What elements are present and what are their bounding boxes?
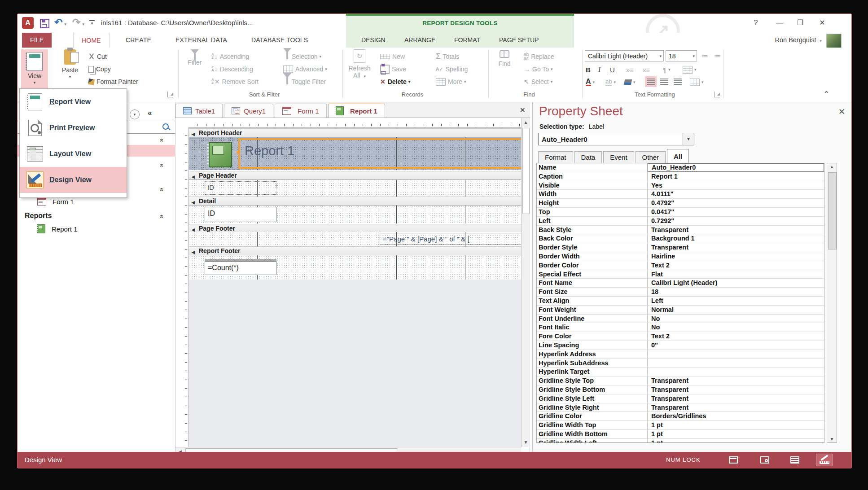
property-row[interactable]: Gridline Style BottomTransparent — [537, 385, 824, 394]
font-name-combo[interactable]: Calibri Light (Header)▾ — [585, 50, 664, 61]
text-formatting-dialog-launcher-icon[interactable]: ◢ — [714, 92, 720, 97]
maximize-icon[interactable]: ❐ — [793, 18, 807, 28]
property-row[interactable]: Fore ColorText 2 — [537, 332, 824, 341]
clipboard-dialog-launcher-icon[interactable]: ◢ — [167, 92, 173, 97]
page-header-id-label[interactable]: ID — [205, 181, 276, 195]
page-footer-band[interactable]: ="Page " & [Page] & " of " & [ — [189, 232, 521, 246]
report-footer-band[interactable]: =Count(*) — [189, 255, 521, 280]
document-tab[interactable]: Report 1 — [328, 104, 385, 118]
nav-pane-menu-icon[interactable]: ▾ — [130, 109, 140, 119]
property-row[interactable]: Gridline Width Bottom1 pt — [537, 430, 824, 439]
chevron-up-icon[interactable]: « — [158, 214, 166, 218]
property-row[interactable]: Width4.0111" — [537, 190, 824, 199]
statusbar-design-view-icon[interactable] — [816, 454, 833, 466]
save-icon[interactable] — [40, 19, 49, 28]
decrease-indent-icon[interactable]: «≡ — [642, 65, 650, 74]
contextual-ribbon-tab[interactable]: ARRANGE — [398, 33, 442, 48]
property-row[interactable]: Line Spacing0" — [537, 341, 824, 350]
selection-button[interactable]: Selection▾ — [283, 51, 321, 62]
selection-handle[interactable] — [237, 151, 240, 154]
find-button[interactable]: Find — [491, 49, 518, 67]
bold-button[interactable]: B — [586, 65, 591, 74]
close-document-icon[interactable]: ✕ — [520, 106, 526, 114]
background-color-button[interactable]: ▾ — [624, 77, 636, 87]
ribbon-tab[interactable]: HOME — [73, 33, 110, 48]
property-row[interactable]: Border ColorText 2 — [537, 261, 824, 270]
move-handle-icon[interactable]: ✛ — [190, 138, 200, 148]
chevron-up-icon[interactable]: « — [158, 163, 166, 167]
font-size-combo[interactable]: 18▾ — [666, 50, 697, 61]
detail-section-bar[interactable]: Detail — [189, 197, 521, 206]
property-row[interactable]: Left0.7292" — [537, 217, 824, 226]
document-tab[interactable]: Form 1 — [275, 104, 327, 118]
select-button[interactable]: ↖Select▾ — [524, 76, 552, 87]
filter-button[interactable]: Filter — [181, 49, 209, 66]
report-footer-section-bar[interactable]: Report Footer — [189, 246, 521, 255]
go-to-button[interactable]: →Go To▾ — [524, 64, 553, 74]
canvas-empty-area[interactable] — [189, 280, 521, 447]
underline-button[interactable]: U — [610, 65, 615, 74]
chevron-up-icon[interactable]: « — [158, 188, 166, 191]
property-row[interactable]: Text AlignLeft — [537, 297, 824, 306]
ribbon-tab[interactable]: FILE — [22, 33, 52, 48]
selection-combo[interactable]: Auto_Header0▼ — [538, 133, 694, 145]
contextual-ribbon-tab[interactable]: PAGE SETUP — [493, 33, 545, 48]
property-row[interactable]: Font WeightNormal — [537, 306, 824, 315]
property-row[interactable]: Font ItalicNo — [537, 323, 824, 332]
property-tab[interactable]: Data — [574, 151, 602, 163]
statusbar-print-preview-icon[interactable] — [757, 454, 773, 466]
vscroll-thumb[interactable] — [522, 128, 530, 214]
property-row[interactable]: Gridline Width Left1 pt — [537, 439, 824, 443]
minimize-icon[interactable]: — — [773, 18, 786, 28]
spelling-button[interactable]: A✓Spelling — [436, 64, 468, 74]
text-direction-icon[interactable]: ¶▾ — [663, 65, 671, 74]
view-menu-item[interactable]: Print Preview — [20, 115, 127, 141]
highlight-color-button[interactable]: ab▾ — [605, 77, 616, 87]
toggle-filter-button[interactable]: Toggle Filter — [283, 76, 326, 87]
increase-indent-icon[interactable]: »≡ — [626, 65, 634, 74]
view-menu-item[interactable]: Layout View — [20, 141, 127, 167]
replace-button[interactable]: abacReplace — [524, 51, 554, 62]
ascending-button[interactable]: AZ↓Ascending — [211, 51, 249, 62]
gridlines-button[interactable]: ▾ — [683, 65, 697, 74]
copy-button[interactable]: Copy — [88, 64, 111, 74]
property-row[interactable]: Gridline Style LeftTransparent — [537, 394, 824, 403]
delete-button[interactable]: ✕Delete▾ — [380, 76, 410, 87]
align-right-button[interactable] — [672, 76, 684, 87]
font-color-button[interactable]: A▾ — [586, 77, 595, 87]
property-row[interactable]: Hyperlink Address — [537, 350, 824, 359]
contextual-ribbon-tab[interactable]: FORMAT — [448, 33, 487, 48]
view-button[interactable]: View ▾ — [21, 49, 48, 89]
property-row[interactable]: Special EffectFlat — [537, 270, 824, 279]
remove-sort-button[interactable]: AZ✕Remove Sort — [211, 76, 259, 87]
gridline-style-button[interactable]: ▾ — [690, 77, 704, 87]
property-row[interactable]: CaptionReport 1 — [537, 172, 824, 181]
view-menu-item[interactable]: Design View — [20, 167, 127, 193]
vertical-ruler[interactable] — [175, 127, 189, 447]
view-menu-item[interactable]: Report View — [20, 89, 127, 115]
document-tab[interactable]: Table1 — [175, 104, 223, 118]
property-tab[interactable]: Format — [538, 151, 573, 163]
save-record-button[interactable]: Save — [380, 64, 406, 74]
chevron-up-icon[interactable]: « — [158, 138, 166, 142]
report-logo-image-control[interactable] — [202, 140, 239, 170]
page-number-expression-textbox[interactable]: ="Page " & [Page] & " of " & [ — [380, 233, 521, 245]
report-header-band[interactable]: ✛ Report 1 — [189, 137, 521, 170]
property-row[interactable]: Gridline Style RightTransparent — [537, 403, 824, 412]
property-row[interactable]: Back ColorBackground 1 — [537, 234, 824, 243]
redo-icon[interactable]: ↷▾ — [72, 17, 84, 28]
help-icon[interactable]: ? — [749, 18, 763, 28]
property-row[interactable]: Gridline ColorBorders/Gridlines — [537, 412, 824, 421]
ribbon-tab[interactable]: EXTERNAL DATA — [167, 33, 235, 48]
qat-customize-icon[interactable]: ▾ — [89, 20, 95, 26]
bullets-icon[interactable]: ≔ — [701, 51, 708, 61]
document-tab[interactable]: Query1 — [224, 104, 273, 118]
more-button[interactable]: More▾ — [436, 76, 466, 87]
shutter-bar-close-icon[interactable]: « — [148, 109, 152, 118]
property-scrollbar[interactable]: ▲▼ — [827, 163, 837, 443]
count-expression-textbox[interactable]: =Count(*) — [205, 261, 276, 275]
nav-group-reports[interactable]: Reports — [25, 212, 52, 220]
detail-band[interactable]: ID — [189, 206, 521, 223]
totals-button[interactable]: ΣTotals — [436, 51, 459, 62]
format-painter-button[interactable]: Format Painter — [88, 76, 138, 87]
